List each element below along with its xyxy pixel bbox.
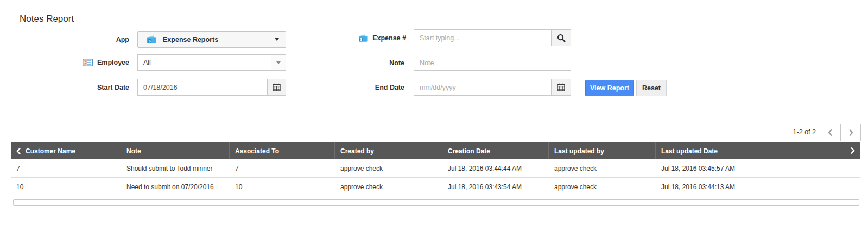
employee-select[interactable]: All [137, 54, 286, 71]
expense-wallet-icon: $ [358, 34, 368, 42]
expense-number-input[interactable] [414, 29, 552, 46]
column-header-associated-to[interactable]: Associated To [230, 142, 335, 159]
column-header-label: Customer Name [26, 147, 75, 155]
column-header-label: Associated To [235, 147, 279, 155]
pagination-range: 1-2 of 2 [749, 124, 816, 140]
column-header-label: Created by [340, 147, 374, 155]
end-date-input[interactable] [414, 79, 552, 96]
svg-text:$: $ [149, 39, 151, 43]
end-date-calendar-button[interactable] [551, 79, 571, 96]
scroll-right-icon[interactable] [850, 147, 855, 156]
table-cell: Jul 18, 2016 03:44:44 AM [442, 165, 549, 172]
page-title: Notes Report [20, 14, 74, 24]
column-header-last-updated-by[interactable]: Last updated by [549, 142, 656, 159]
next-page-button[interactable] [840, 124, 860, 141]
table-cell: approve check [549, 183, 656, 191]
employee-select-value: All [138, 55, 271, 70]
start-date-label-row: Start Date [0, 79, 129, 96]
table-footer-bar [13, 199, 859, 206]
table-header-row: Customer Name Note Associated To Created… [11, 142, 860, 159]
column-header-label: Last updated by [554, 147, 604, 155]
expense-number-label-row: $ Expense # [271, 29, 406, 46]
app-select[interactable]: $ Expense Reports [137, 31, 286, 48]
table-cell: Need to submit on 07/20/2016 [121, 183, 230, 191]
table-cell: Jul 18, 2016 03:45:57 AM [656, 165, 860, 172]
table-cell: approve check [335, 183, 442, 191]
column-header-label: Note [126, 147, 141, 155]
chevron-right-icon [848, 128, 854, 137]
notes-table: Customer Name Note Associated To Created… [11, 142, 860, 206]
scroll-left-icon[interactable] [16, 147, 21, 155]
table-cell: Should submit to Todd minner [121, 165, 230, 172]
svg-text:$: $ [360, 37, 363, 41]
prev-page-button[interactable] [820, 124, 840, 141]
column-header-customer-name[interactable]: Customer Name [11, 142, 121, 159]
table-row[interactable]: 10 Need to submit on 07/20/2016 10 appro… [11, 178, 860, 196]
search-icon [557, 34, 566, 42]
view-report-button[interactable]: View Report [585, 80, 634, 96]
search-button[interactable] [551, 29, 571, 46]
table-cell: 7 [230, 165, 335, 172]
table-cell: Jul 18, 2016 03:43:54 AM [442, 183, 549, 191]
start-date-label: Start Date [97, 84, 129, 91]
note-label-row: Note [271, 55, 404, 71]
end-date-label: End Date [375, 84, 404, 91]
pagination-controls [820, 124, 861, 141]
start-date-input[interactable] [137, 79, 268, 96]
column-header-last-updated-date[interactable]: Last updated Date [656, 142, 860, 159]
employee-label-row: Employee [0, 54, 129, 71]
table-cell: approve check [549, 165, 656, 172]
contact-card-icon [83, 59, 93, 66]
chevron-left-icon [827, 128, 833, 137]
calendar-icon [557, 83, 565, 91]
app-select-value: Expense Reports [163, 36, 218, 43]
column-header-label: Last updated Date [661, 147, 718, 155]
table-cell: 7 [11, 165, 121, 172]
app-label: App [116, 36, 129, 43]
employee-label: Employee [97, 59, 129, 66]
expense-wallet-icon: $ [147, 35, 157, 44]
table-cell: 10 [230, 183, 335, 191]
column-header-creation-date[interactable]: Creation Date [442, 142, 549, 159]
table-row[interactable]: 7 Should submit to Todd minner 7 approve… [11, 159, 860, 178]
table-cell: approve check [335, 165, 442, 172]
note-input[interactable] [414, 55, 571, 71]
reset-button[interactable]: Reset [636, 80, 667, 96]
app-label-row: App [0, 31, 129, 48]
column-header-label: Creation Date [448, 147, 490, 155]
end-date-label-row: End Date [271, 79, 404, 96]
column-header-note[interactable]: Note [121, 142, 230, 159]
column-header-created-by[interactable]: Created by [335, 142, 442, 159]
note-label: Note [389, 59, 404, 67]
expense-number-label: Expense # [372, 34, 406, 42]
notes-report-page: Notes Report App $ Expense Reports $ Exp… [0, 0, 868, 249]
table-cell: 10 [11, 183, 121, 191]
table-cell: Jul 18, 2016 03:44:13 AM [656, 183, 860, 191]
